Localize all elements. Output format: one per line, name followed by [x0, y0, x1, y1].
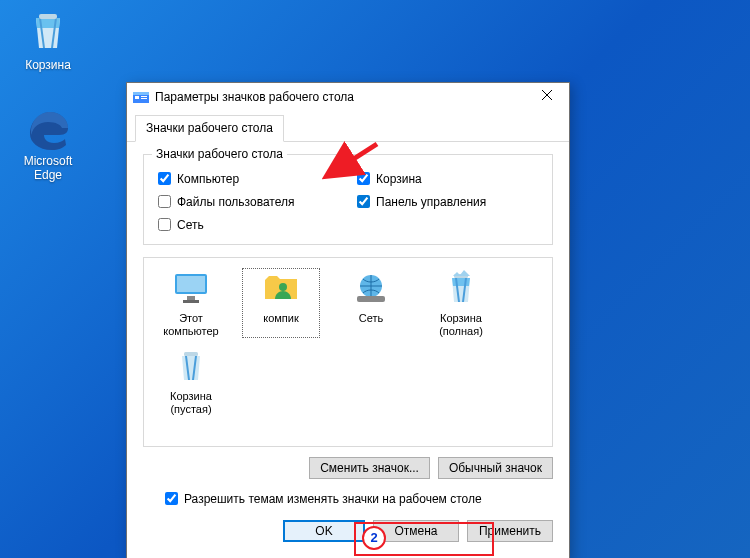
ok-button[interactable]: OK: [283, 520, 365, 542]
checkbox-network[interactable]: Сеть: [154, 215, 343, 234]
checkbox-input-recycle[interactable]: [357, 172, 370, 185]
svg-rect-8: [187, 296, 195, 300]
svg-rect-12: [357, 296, 385, 302]
icon-item-label: Этот компьютер: [152, 312, 230, 338]
checkbox-input-user_files[interactable]: [158, 195, 171, 208]
group-title: Значки рабочего стола: [152, 147, 287, 161]
checkbox-label: Панель управления: [376, 195, 486, 209]
svg-rect-7: [177, 276, 205, 292]
svg-rect-14: [184, 352, 198, 356]
svg-rect-0: [39, 14, 57, 19]
icon-item-kompik[interactable]: компик: [242, 268, 320, 338]
svg-rect-2: [133, 92, 149, 95]
svg-rect-5: [141, 98, 147, 99]
window-icon: [133, 89, 149, 105]
desktop-icon-settings-window: Параметры значков рабочего стола Значки …: [126, 82, 570, 558]
titlebar[interactable]: Параметры значков рабочего стола: [127, 83, 569, 111]
default-icon-button[interactable]: Обычный значок: [438, 457, 553, 479]
icon-item-network[interactable]: Сеть: [332, 268, 410, 338]
icon-item-label: компик: [242, 312, 320, 325]
desktop-icon-edge[interactable]: Microsoft Edge: [10, 104, 86, 182]
checkbox-input-network[interactable]: [158, 218, 171, 231]
allow-themes-label: Разрешить темам изменять значки на рабоч…: [184, 492, 482, 506]
checkbox-label: Файлы пользователя: [177, 195, 294, 209]
network-icon: [351, 268, 391, 308]
icon-preview-box: Этот компьютеркомпикСетьКорзина (полная)…: [143, 257, 553, 447]
tab-desktop-icons[interactable]: Значки рабочего стола: [135, 115, 284, 142]
checkbox-control_panel[interactable]: Панель управления: [353, 192, 542, 211]
this_pc-icon: [171, 268, 211, 308]
icon-item-label: Корзина (пустая): [152, 390, 230, 416]
close-button[interactable]: [527, 84, 567, 110]
checkbox-recycle[interactable]: Корзина: [353, 169, 542, 188]
recycle-bin-icon: [24, 8, 72, 56]
desktop-icon-recycle-bin[interactable]: Корзина: [10, 8, 86, 72]
cancel-button[interactable]: Отмена: [373, 520, 459, 542]
kompik-icon: [261, 268, 301, 308]
edge-icon: [24, 104, 72, 152]
checkbox-label: Компьютер: [177, 172, 239, 186]
tabs: Значки рабочего стола: [127, 111, 569, 142]
svg-rect-3: [135, 96, 139, 99]
svg-point-10: [279, 283, 287, 291]
desktop-icon-label: Корзина: [10, 58, 86, 72]
checkbox-input-control_panel[interactable]: [357, 195, 370, 208]
apply-button[interactable]: Применить: [467, 520, 553, 542]
checkbox-input-computer[interactable]: [158, 172, 171, 185]
checkbox-label: Корзина: [376, 172, 422, 186]
icon-item-bin_empty[interactable]: Корзина (пустая): [152, 346, 230, 416]
checkbox-user_files[interactable]: Файлы пользователя: [154, 192, 343, 211]
desktop-icon-label: Microsoft Edge: [10, 154, 86, 182]
allow-themes-checkbox[interactable]: [165, 492, 178, 505]
window-title: Параметры значков рабочего стола: [155, 90, 527, 104]
icon-item-label: Сеть: [332, 312, 410, 325]
checkbox-computer[interactable]: Компьютер: [154, 169, 343, 188]
svg-rect-4: [141, 96, 147, 97]
checkbox-label: Сеть: [177, 218, 204, 232]
icon-item-bin_full[interactable]: Корзина (полная): [422, 268, 500, 338]
icon-item-label: Корзина (полная): [422, 312, 500, 338]
bin_full-icon: [441, 268, 481, 308]
bin_empty-icon: [171, 346, 211, 386]
change-icon-button[interactable]: Сменить значок...: [309, 457, 430, 479]
icon-item-this_pc[interactable]: Этот компьютер: [152, 268, 230, 338]
svg-rect-9: [183, 300, 199, 303]
desktop-icons-group: Значки рабочего стола КомпьютерКорзинаФа…: [143, 154, 553, 245]
